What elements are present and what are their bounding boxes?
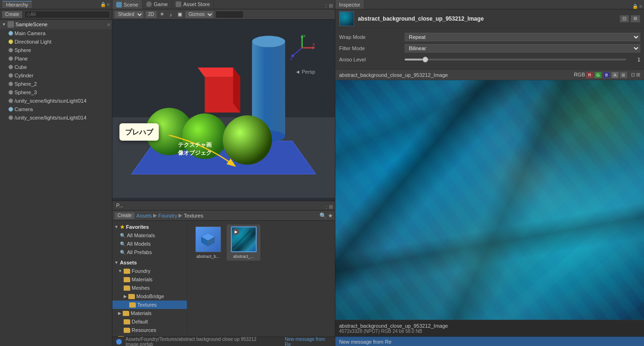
filter-mode-row: Filter Mode Bilinear Point Trilinear [339,43,640,53]
tree-item-directional-light[interactable]: Directional Light [0,38,112,46]
scene-root-item[interactable]: ▼ SampleScene ≡ [0,20,112,29]
menu-icon[interactable]: ≡ [107,2,110,7]
scene-tabs-bar: Scene Game Asset Store :: ⊞ [112,0,335,9]
texture-canvas [335,80,644,320]
zoom-fit-icon[interactable]: ⊡ [631,72,635,78]
default-folder[interactable]: Default [112,317,187,326]
checkerboard-btn[interactable]: ⊞ [620,72,627,78]
breadcrumb-sep1: ▶ [153,212,157,218]
project-tab[interactable]: P... [112,201,127,210]
wrap-mode-select[interactable]: Repeat Clamp [405,33,640,41]
textures-folder[interactable]: Textures [112,301,187,309]
modobridge-arrow: ▶ [124,294,127,299]
star-icon[interactable]: ★ [328,212,333,219]
tree-item-sunlight1[interactable]: /unity_scene/lights/sunLight014 [0,97,112,105]
rgb-g-btn[interactable]: G [594,72,602,78]
modobridge-folder[interactable]: ▶ ModoBridge [112,292,187,301]
project-create-btn[interactable]: Create [114,212,135,219]
all-prefabs-search-icon: 🔍 [120,250,126,255]
hierarchy-tab[interactable]: Hierarchy [2,1,32,8]
aniso-slider-thumb[interactable] [422,57,428,62]
gizmos-dropdown[interactable]: Gizmos [185,11,214,18]
rgb-r-btn[interactable]: R [586,72,593,78]
lock-icon[interactable]: 🔒 [100,2,106,7]
modobridge-label: ModoBridge [136,293,164,299]
bottom-maximize-icon[interactable]: ⊞ [329,204,333,210]
materials2-arrow: ▶ [118,311,121,316]
meshes-folder[interactable]: Meshes [112,284,187,292]
asset-store-tab[interactable]: Asset Store [172,0,214,9]
inspector-tab-active[interactable]: Inspector [335,0,364,9]
tree-item-camera[interactable]: Camera [0,105,112,113]
materials-folder-icon [124,277,130,282]
inspector-panel: Inspector 🔒 ≡ abstract_background_close_… [335,0,644,346]
asset-item-texture[interactable]: ▶ abstract_... [227,225,260,261]
light-icon [8,39,13,44]
favorites-root[interactable]: ▼ ★ Favorites [112,223,187,231]
new-message-banner[interactable]: New message from Re [335,337,644,346]
scene-search[interactable] [215,11,244,18]
meshes-folder-icon [124,286,130,291]
plane-label: Plane [15,56,28,61]
bottom-tabs-bar: P... :: ⊞ [112,201,335,211]
scene-viewport[interactable]: Y X Z ◄ Persp プレハブ [112,20,335,201]
tree-item-sphere2[interactable]: Sphere_2 [0,80,112,88]
breadcrumb-sep2: ▶ [178,212,182,218]
hierarchy-panel: Hierarchy 🔒 ≡ Create ▼ SampleScene ≡ [0,0,112,346]
scene-tab[interactable]: Scene [112,0,142,9]
inspector-lock-icon[interactable]: 🔒 [632,4,638,9]
sun-icon[interactable]: ☀ [158,11,166,18]
all-materials-search-icon: 🔍 [120,233,126,238]
foundry-folder[interactable]: ▼ Foundry [112,267,187,275]
breadcrumb-foundry[interactable]: Foundry [158,213,177,218]
display-icon[interactable]: ▣ [176,11,184,18]
tree-item-sphere3[interactable]: Sphere_3 [0,88,112,97]
tree-item-main-camera[interactable]: Main Camera [0,29,112,38]
camera2-label: Camera [15,106,33,112]
inspector-tab-label: Inspector [339,2,360,8]
filter-mode-select[interactable]: Bilinear Point Trilinear [405,44,640,53]
inspector-open-btn[interactable]: ⊡ [620,15,629,23]
aniso-slider-container: 1 [405,57,640,62]
all-models-label: All Models [127,241,151,247]
tree-item-sphere[interactable]: Sphere [0,46,112,54]
asset-item-cube[interactable]: abstract_b... [191,225,225,261]
resources-folder[interactable]: Resources [112,326,187,334]
cube-asset-label: abstract_b... [196,254,220,259]
shading-dropdown[interactable]: Shaded [114,11,144,18]
game-tab[interactable]: Game [142,0,172,9]
maximize-icon[interactable]: ⊞ [329,3,333,9]
tree-item-sunlight2[interactable]: /unity_scene/lights/sunLight014 [0,113,112,122]
assets-root[interactable]: ▼ Assets [112,258,187,267]
search-icon[interactable]: 🔍 [319,212,326,219]
texture-footer-info: 4572x3328 (NPOT) RGB 24 bit 58.0 NB [339,329,640,334]
all-prefabs-item[interactable]: 🔍 All Prefabs [112,248,187,256]
materials2-folder[interactable]: ▶ Materials [112,309,187,317]
rgb-b-btn[interactable]: B [603,72,610,78]
status-icon [116,339,122,345]
tree-item-cylinder[interactable]: Cylinder [0,71,112,80]
camera2-icon [8,107,13,112]
materials-folder[interactable]: Materials [112,275,187,284]
foundry-folder-icon [124,269,130,274]
rgb-a-btn[interactable]: A [611,72,619,78]
hierarchy-search[interactable] [24,11,110,18]
scene-menu-icon: ≡ [107,22,110,27]
all-materials-item[interactable]: 🔍 All Materials [112,231,187,240]
foundry-label: Foundry [132,268,150,274]
tree-item-cube[interactable]: Cube [0,63,112,71]
all-models-item[interactable]: 🔍 All Models [112,240,187,248]
hierarchy-create-btn[interactable]: Create [2,11,22,18]
cube-label: Cube [15,64,27,70]
inspector-settings-btn[interactable]: ⚙ [630,15,640,23]
breadcrumb-assets[interactable]: Assets [136,213,152,218]
hierarchy-toolbar: Create [0,9,112,20]
aniso-slider-fill [405,59,422,60]
tree-item-plane[interactable]: Plane [0,54,112,63]
inspector-menu-icon[interactable]: ≡ [639,4,642,9]
zoom-expand-icon[interactable]: ⊞ [636,72,640,78]
status-bar: Assets/Foundry/Textures/abstract backgro… [112,337,335,346]
audio-icon[interactable]: ♪ [167,11,175,18]
game-tab-label: Game [154,1,168,7]
2d-btn[interactable]: 2D [145,11,157,18]
